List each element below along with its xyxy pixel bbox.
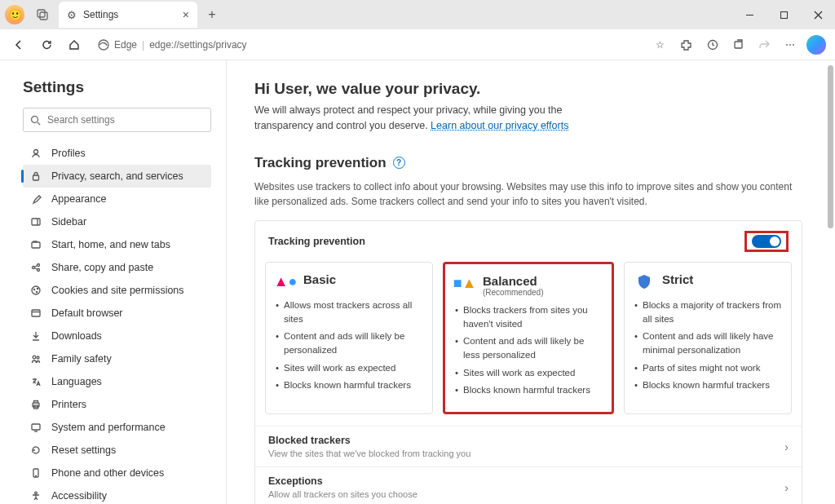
- settings-sidebar: Settings ProfilesPrivacy, search, and se…: [0, 60, 227, 504]
- sidebar-item-label: Languages: [51, 376, 102, 387]
- share-icon[interactable]: [752, 33, 776, 57]
- home-button[interactable]: [62, 33, 86, 57]
- greeting-title: Hi User, we value your privacy.: [254, 80, 802, 98]
- window-minimize[interactable]: [732, 0, 767, 29]
- collections-icon[interactable]: [726, 33, 750, 57]
- scrollbar[interactable]: [828, 65, 833, 228]
- sidebar-item-label: Appearance: [51, 193, 106, 205]
- settings-main: Hi User, we value your privacy. We will …: [227, 60, 835, 504]
- sidebar-item-languages[interactable]: Languages: [23, 370, 211, 393]
- svg-rect-15: [32, 242, 40, 248]
- tab-icon: [29, 238, 42, 251]
- sidebar-item-profiles[interactable]: Profiles: [23, 142, 211, 165]
- perf-icon: [29, 421, 42, 434]
- exceptions-row[interactable]: Exceptions Allow all trackers on sites y…: [255, 466, 802, 504]
- sidebar-item-label: Default browser: [51, 307, 123, 319]
- card-icon: [634, 272, 654, 292]
- sidebar-item-label: Start, home, and new tabs: [51, 239, 170, 250]
- search-settings[interactable]: [23, 108, 211, 132]
- tab-title: Settings: [83, 9, 176, 20]
- window-close[interactable]: [801, 0, 835, 29]
- sidebar-item-privacy-search-and-services[interactable]: Privacy, search, and services: [23, 165, 211, 188]
- address-url: edge://settings/privacy: [149, 39, 246, 51]
- tracking-prevention-toggle[interactable]: [752, 235, 781, 248]
- chevron-right-icon: ›: [784, 481, 789, 494]
- card-icon: ■▲: [455, 274, 475, 294]
- sidebar-item-share-copy-and-paste[interactable]: Share, copy and paste: [23, 256, 211, 279]
- sidebar-item-label: Profiles: [51, 148, 86, 159]
- sidebar-item-label: Downloads: [51, 330, 102, 342]
- sidebar-item-start-home-and-new-tabs[interactable]: Start, home, and new tabs: [23, 233, 211, 256]
- sidebar-item-label: Privacy, search, and services: [51, 170, 183, 182]
- svg-rect-13: [32, 219, 40, 225]
- sidebar-item-reset-settings[interactable]: Reset settings: [23, 439, 211, 462]
- sidebar-item-label: System and performance: [51, 422, 166, 433]
- svg-point-17: [38, 264, 40, 267]
- svg-point-22: [37, 288, 38, 289]
- card-icon: ▲●: [276, 272, 295, 292]
- svg-point-16: [33, 267, 35, 269]
- window-maximize[interactable]: [767, 0, 801, 29]
- profile-avatar[interactable]: 🙂: [5, 5, 24, 24]
- tracking-toggle-highlight: [744, 231, 789, 252]
- phone-icon: [29, 466, 42, 480]
- settings-heading: Settings: [23, 78, 211, 96]
- printer-icon: [29, 398, 42, 411]
- svg-line-10: [38, 122, 40, 125]
- sidebar-item-label: Sidebar: [51, 216, 86, 228]
- tracking-card-basic[interactable]: ▲●BasicAllows most trackers across all s…: [265, 262, 433, 415]
- privacy-efforts-link[interactable]: Learn about our privacy efforts: [431, 120, 568, 131]
- cookie-icon: [29, 284, 42, 297]
- svg-point-32: [35, 492, 38, 494]
- gear-icon: ⚙: [67, 9, 77, 21]
- browser-tab[interactable]: ⚙ Settings ×: [59, 2, 197, 28]
- sidebar-item-printers[interactable]: Printers: [23, 393, 211, 416]
- svg-point-26: [37, 356, 39, 359]
- edge-logo-icon: [98, 39, 109, 51]
- help-icon[interactable]: ?: [393, 157, 405, 169]
- search-input[interactable]: [47, 114, 204, 126]
- workspaces-icon[interactable]: [31, 3, 54, 26]
- download-icon: [29, 329, 42, 343]
- sidebar-item-label: Printers: [51, 399, 86, 410]
- tracking-card-strict[interactable]: StrictBlocks a majority of trackers from…: [624, 262, 792, 415]
- sidebar-item-system-and-performance[interactable]: System and performance: [23, 416, 211, 439]
- sidebar-item-accessibility[interactable]: Accessibility: [23, 484, 211, 504]
- family-icon: [29, 352, 42, 365]
- svg-rect-23: [32, 310, 40, 316]
- refresh-button[interactable]: [34, 33, 59, 57]
- tracking-card-balanced[interactable]: ■▲Balanced(Recommended)Blocks trackers f…: [443, 262, 614, 415]
- favorite-icon[interactable]: ☆: [647, 33, 672, 57]
- settings-nav: ProfilesPrivacy, search, and servicesApp…: [23, 142, 211, 504]
- svg-rect-8: [735, 42, 742, 48]
- blocked-trackers-row[interactable]: Blocked trackers View the sites that we'…: [255, 426, 802, 466]
- svg-point-11: [34, 150, 38, 154]
- copilot-icon[interactable]: [804, 33, 828, 57]
- toolbar: Edge | edge://settings/privacy ☆ ⋯: [0, 29, 835, 60]
- sidebar-item-phone-and-other-devices[interactable]: Phone and other devices: [23, 462, 211, 484]
- close-tab-icon[interactable]: ×: [183, 8, 189, 21]
- sidebar-item-cookies-and-site-permissions[interactable]: Cookies and site permissions: [23, 279, 211, 302]
- more-icon[interactable]: ⋯: [778, 33, 802, 57]
- extensions-icon[interactable]: [674, 33, 698, 57]
- lang-icon: [29, 375, 42, 388]
- svg-rect-29: [32, 424, 40, 430]
- share-icon: [29, 261, 42, 274]
- address-bar[interactable]: Edge | edge://settings/privacy: [90, 33, 644, 56]
- sidebar-item-family-safety[interactable]: Family safety: [23, 347, 211, 370]
- reset-icon: [29, 444, 42, 457]
- svg-rect-3: [780, 11, 787, 18]
- sidebar-item-label: Share, copy and paste: [51, 262, 153, 273]
- person-icon: [29, 147, 42, 160]
- content: Settings ProfilesPrivacy, search, and se…: [0, 60, 835, 504]
- sidebar-item-appearance[interactable]: Appearance: [23, 188, 211, 210]
- sidebar-item-downloads[interactable]: Downloads: [23, 325, 211, 347]
- lock-icon: [29, 170, 42, 183]
- sidebar-item-sidebar[interactable]: Sidebar: [23, 210, 211, 233]
- sidebar-item-default-browser[interactable]: Default browser: [23, 302, 211, 325]
- new-tab-button[interactable]: +: [201, 3, 223, 26]
- browser-icon: [29, 307, 42, 320]
- history-icon[interactable]: [700, 33, 724, 57]
- svg-point-25: [33, 356, 36, 359]
- back-button[interactable]: [7, 33, 31, 57]
